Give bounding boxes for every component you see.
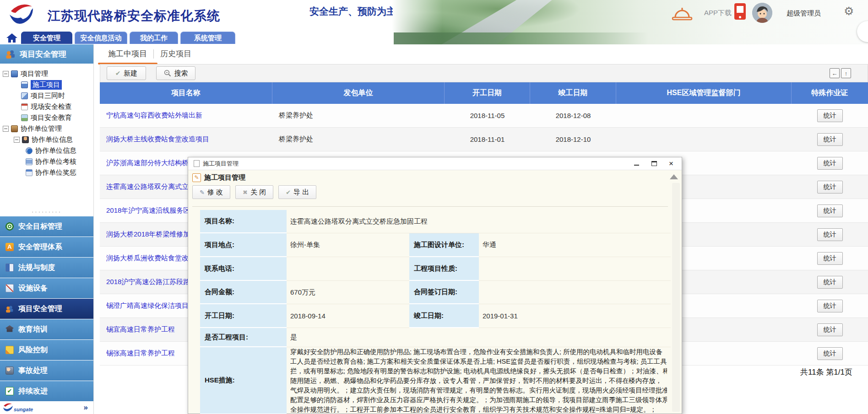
dialog-scrollbar[interactable] <box>672 183 680 412</box>
field-value <box>479 257 671 281</box>
tree-item-project-management[interactable]: 项目管理 <box>0 68 93 79</box>
pagination[interactable]: 共11条 第1/1页 <box>800 367 852 377</box>
field-value: 连霍高速公路塔双分离式立交桥应急加固工程 <box>287 210 671 233</box>
project-name-link[interactable]: 润扬大桥主线收费站食堂改造项目 <box>100 135 272 144</box>
statistics-button[interactable]: 统计 <box>817 181 843 194</box>
sidebar-section-education-training[interactable]: 教育培训 <box>0 319 93 339</box>
picture-icon <box>21 114 28 121</box>
statistics-button[interactable]: 统计 <box>817 109 843 122</box>
minimize-button[interactable] <box>634 161 640 167</box>
tree-item-partner-unit-reward-punish[interactable]: 协作单位奖惩 <box>0 167 93 178</box>
field-value <box>287 257 409 281</box>
project-name-link[interactable]: 宁杭高速句容西收费站外墙出新 <box>100 111 272 120</box>
dialog-title-bar[interactable]: 施工项目管理 × <box>188 157 682 170</box>
dialog-toolbar: ✎ 修 改 ✖ 关 闭 ✔ 导 出 <box>188 183 682 199</box>
modify-button-label: 修 改 <box>207 188 223 197</box>
app-download-link[interactable]: APP下载 <box>704 9 732 17</box>
sidebar-section-safety-system[interactable]: A 安全管理体系 <box>0 237 93 257</box>
nav-tab-my-work[interactable]: 我的工作 <box>130 32 178 44</box>
tree-item-partner-unit-info[interactable]: 协作单位信息 <box>0 145 93 156</box>
statistics-button[interactable]: 统计 <box>817 300 843 312</box>
sidebar-section-continuous-improvement[interactable]: ✔ 持续改进 <box>0 381 93 401</box>
cert-cell: 统计 <box>792 323 868 336</box>
field-label: 施工图设计单位: <box>409 233 479 257</box>
hse-measures-text: 穿戴好安全防护用品和正确使用防护用品; 施工现场布置合理，危险作业有安全措施和负… <box>287 347 667 414</box>
tree-item-construction-project[interactable]: 施工项目 <box>0 79 93 90</box>
new-button[interactable]: ✔ 新建 <box>107 66 146 80</box>
column-header-end-date[interactable]: 竣工日期 <box>530 82 616 104</box>
collapse-toggle-icon[interactable] <box>3 126 9 132</box>
gear-icon[interactable]: ⚙ <box>844 5 854 17</box>
section-label: 风险控制 <box>18 345 48 355</box>
document-icon <box>21 81 28 88</box>
tree-item-three-simultaneous[interactable]: 项目三同时 <box>0 90 93 101</box>
document-icon <box>194 160 200 167</box>
username[interactable]: 超级管理员 <box>787 9 821 18</box>
sidebar-section-facilities[interactable]: 设施设备 <box>0 278 93 298</box>
toolbar: ✔ 新建 搜索 ← ↑ <box>100 64 868 82</box>
cert-cell: 统计 <box>792 276 868 289</box>
tree-item-site-safety-check[interactable]: 现场安全检查 <box>0 101 93 112</box>
app-qr-phone-icon[interactable] <box>734 3 746 20</box>
statistics-button[interactable]: 统计 <box>817 252 843 265</box>
avatar[interactable] <box>752 3 772 23</box>
form-icon <box>26 169 33 176</box>
statistics-button[interactable]: 统计 <box>817 204 843 217</box>
tab-history-projects[interactable]: 历史项目 <box>154 48 198 59</box>
hse-line: 全操作规范进行。；工程开工前参加本工程的全员进行安全教育，组织学习有关技术规范和… <box>290 405 667 414</box>
nav-tab-system[interactable]: 系统管理 <box>180 32 235 44</box>
cert-cell: 统计 <box>792 109 868 122</box>
sidebar-section-regulations[interactable]: 法规与制度 <box>0 258 93 278</box>
dialog-separator <box>192 206 668 207</box>
tree-item-label: 协作单位考核 <box>35 157 76 166</box>
column-header-hse-dept[interactable]: HSE区域管理监督部门 <box>616 82 792 104</box>
home-icon[interactable] <box>6 32 18 43</box>
scroll-up-icon[interactable] <box>670 174 678 179</box>
form-row-amount-sign-date: 合同金额: 670万元 合同签订日期: <box>200 281 671 304</box>
maximize-button[interactable] <box>651 161 657 166</box>
sidebar-section-accident-handling[interactable]: 事故处理 <box>0 360 93 381</box>
column-header-project-name[interactable]: 项目名称 <box>100 82 272 104</box>
search-button[interactable]: 搜索 <box>156 66 195 80</box>
column-header-special-cert[interactable]: 特殊作业证 <box>792 82 868 104</box>
sidebar-section-project-safety[interactable]: 项目安全管理 <box>0 299 93 319</box>
section-label: 安全管理体系 <box>18 242 62 252</box>
copy-icon <box>21 92 28 99</box>
nav-tab-safety-info[interactable]: 安全信息活动 <box>75 32 127 44</box>
statistics-button[interactable]: 统计 <box>817 276 843 289</box>
collapse-left-icon[interactable]: ← <box>830 68 840 78</box>
people-icon <box>5 49 16 59</box>
statistics-button[interactable]: 统计 <box>817 133 843 146</box>
tree-item-partner-unit-info-group[interactable]: 协作单位信息 <box>0 134 93 145</box>
statistics-button[interactable]: 统计 <box>817 228 843 241</box>
tree-item-project-safety-education[interactable]: 项目安全教育 <box>0 112 93 123</box>
collapse-up-icon[interactable]: ↑ <box>841 68 851 78</box>
close-button[interactable]: ✖ 关 闭 <box>235 185 273 199</box>
statistics-button[interactable]: 统计 <box>817 323 843 336</box>
sidebar-section-risk-control[interactable]: 风险控制 <box>0 340 93 360</box>
export-button[interactable]: ✔ 导 出 <box>278 185 316 199</box>
window-controls: × <box>634 160 673 167</box>
close-icon[interactable]: × <box>669 160 673 167</box>
sidebar-footer: sungate » <box>0 401 93 413</box>
sidebar-section-safety-goals[interactable]: 安全目标管理 <box>0 216 93 237</box>
collapse-toggle-icon[interactable] <box>14 137 20 143</box>
column-header-contractor[interactable]: 发包单位 <box>272 82 445 104</box>
tree-item-label: 现场安全检查 <box>31 102 72 111</box>
tab-projects-in-construction[interactable]: 施工中项目 <box>102 48 153 59</box>
field-label: 合同签订日期: <box>409 281 479 304</box>
notebook-icon <box>11 70 18 77</box>
hse-line: 随用随运，易燃、易爆物品和化学药品要分库存放，设专人看管，严加保管好，暂时不用的… <box>290 376 667 386</box>
statistics-button[interactable]: 统计 <box>817 347 843 360</box>
tree-item-partner-unit-assessment[interactable]: 协作单位考核 <box>0 156 93 167</box>
tree-item-partner-unit-management[interactable]: 协作单位管理 <box>0 123 93 134</box>
collapse-toggle-icon[interactable] <box>3 71 9 77</box>
sidebar-expand-icon[interactable]: » <box>84 403 88 411</box>
section-label: 事故处理 <box>18 366 48 376</box>
cert-cell: 统计 <box>792 133 868 146</box>
tree-item-label: 项目管理 <box>21 70 48 78</box>
nav-tab-safety-management[interactable]: 安全管理 <box>21 32 72 44</box>
column-header-start-date[interactable]: 开工日期 <box>445 82 530 104</box>
modify-button[interactable]: ✎ 修 改 <box>192 185 230 199</box>
statistics-button[interactable]: 统计 <box>817 157 843 170</box>
